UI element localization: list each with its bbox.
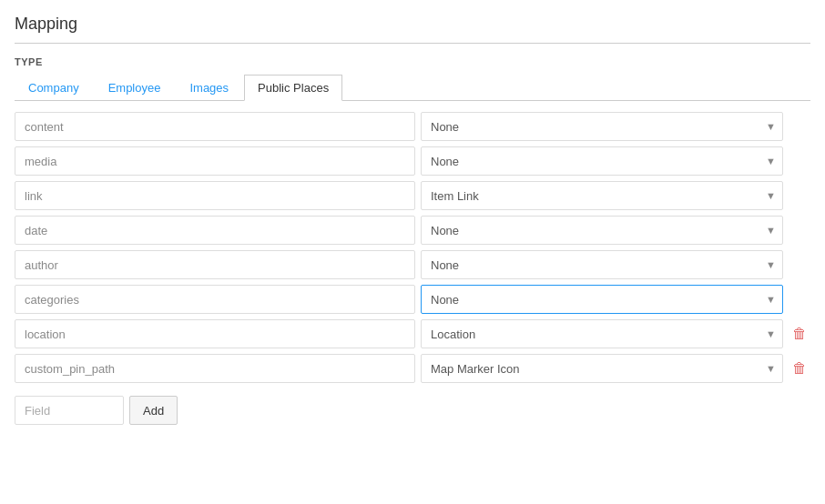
select-custom_pin_path[interactable]: NoneItemItem LinkItem TitleItem Descript… — [421, 354, 783, 383]
mapping-row-media: mediaNoneItemItem LinkItem TitleItem Des… — [15, 146, 810, 176]
mapping-row-author: authorNoneItemItem LinkItem TitleItem De… — [15, 250, 810, 279]
add-field-input[interactable] — [15, 396, 124, 425]
delete-button-custom_pin_path[interactable]: 🗑 — [789, 354, 810, 383]
field-label-author: author — [15, 250, 415, 279]
select-media[interactable]: NoneItemItem LinkItem TitleItem Descript… — [421, 146, 783, 176]
field-label-link: link — [15, 181, 415, 210]
field-label-custom_pin_path: custom_pin_path — [15, 354, 415, 383]
select-wrap-content: NoneItemItem LinkItem TitleItem Descript… — [421, 112, 783, 141]
select-wrap-location: NoneItemItem LinkItem TitleItem Descript… — [421, 319, 783, 348]
mapping-row-content: contentNoneItemItem LinkItem TitleItem D… — [15, 112, 810, 141]
mapping-row-categories: categoriesNoneItemItem LinkItem TitleIte… — [15, 285, 810, 314]
type-label: TYPE — [15, 56, 810, 67]
field-label-date: date — [15, 216, 415, 245]
mapping-row-custom_pin_path: custom_pin_pathNoneItemItem LinkItem Tit… — [15, 354, 810, 383]
mapping-rows: contentNoneItemItem LinkItem TitleItem D… — [15, 112, 810, 383]
tab-public-places[interactable]: Public Places — [244, 75, 342, 101]
select-wrap-author: NoneItemItem LinkItem TitleItem Descript… — [421, 250, 783, 279]
select-wrap-custom_pin_path: NoneItemItem LinkItem TitleItem Descript… — [421, 354, 783, 383]
select-link[interactable]: NoneItemItem LinkItem TitleItem Descript… — [421, 181, 783, 210]
field-label-categories: categories — [15, 285, 415, 314]
select-wrap-link: NoneItemItem LinkItem TitleItem Descript… — [421, 181, 783, 210]
mapping-row-date: dateNoneItemItem LinkItem TitleItem Desc… — [15, 216, 810, 245]
mapping-row-location: locationNoneItemItem LinkItem TitleItem … — [15, 319, 810, 348]
field-label-media: media — [15, 146, 415, 176]
select-author[interactable]: NoneItemItem LinkItem TitleItem Descript… — [421, 250, 783, 279]
select-wrap-date: NoneItemItem LinkItem TitleItem Descript… — [421, 216, 783, 245]
page-title: Mapping — [15, 15, 810, 34]
select-wrap-media: NoneItemItem LinkItem TitleItem Descript… — [421, 146, 783, 176]
field-label-content: content — [15, 112, 415, 141]
delete-button-location[interactable]: 🗑 — [789, 319, 810, 348]
tab-images[interactable]: Images — [176, 75, 242, 100]
select-categories[interactable]: NoneItemItem LinkItem TitleItem Descript… — [421, 285, 783, 314]
mapping-row-link: linkNoneItemItem LinkItem TitleItem Desc… — [15, 181, 810, 210]
tab-employee[interactable]: Employee — [95, 75, 175, 100]
tab-company[interactable]: Company — [15, 75, 93, 100]
title-divider — [15, 43, 810, 44]
select-date[interactable]: NoneItemItem LinkItem TitleItem Descript… — [421, 216, 783, 245]
select-content[interactable]: NoneItemItem LinkItem TitleItem Descript… — [421, 112, 783, 141]
add-row: Add — [15, 396, 810, 425]
tabs-container: CompanyEmployeeImagesPublic Places — [15, 75, 810, 101]
add-button[interactable]: Add — [129, 396, 178, 425]
select-location[interactable]: NoneItemItem LinkItem TitleItem Descript… — [421, 319, 783, 348]
field-label-location: location — [15, 319, 415, 348]
select-wrap-categories: NoneItemItem LinkItem TitleItem Descript… — [421, 285, 783, 314]
